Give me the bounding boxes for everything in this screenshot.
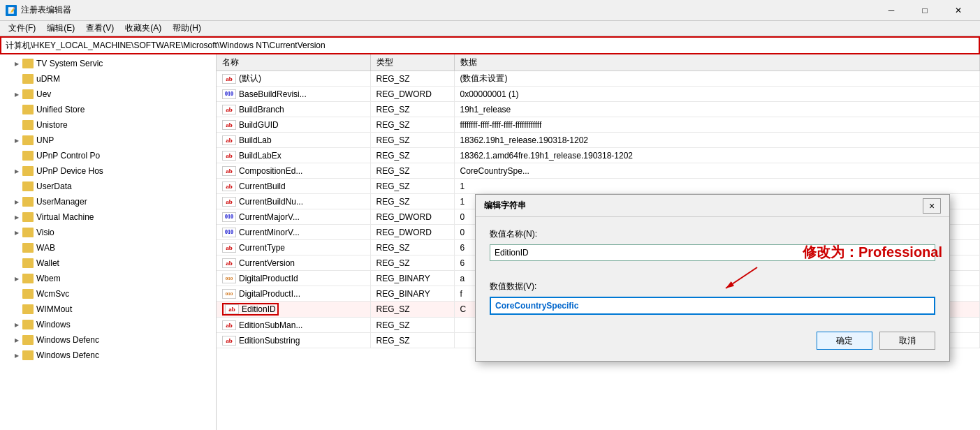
reg-icon-ab: ab xyxy=(222,336,236,346)
tree-label: UPnP Device Hos xyxy=(36,166,103,176)
table-row[interactable]: abBuildGUID REG_SZ ffffffff-ffff-ffff-ff… xyxy=(217,117,980,133)
reg-row-type: REG_SZ xyxy=(370,117,454,133)
reg-icon-ab: ab xyxy=(222,135,236,145)
tree-item-windows-def2[interactable]: ▶ Windows Defenc xyxy=(0,348,216,363)
folder-icon xyxy=(22,274,34,283)
menu-view[interactable]: 查看(V) xyxy=(80,21,119,36)
tree-item-userdata[interactable]: UserData xyxy=(0,179,216,194)
reg-icon-ab: ab xyxy=(222,74,236,84)
tree-arrow xyxy=(11,150,22,161)
reg-row-type: REG_SZ xyxy=(370,240,454,255)
value-label: 数值数据(V): xyxy=(490,281,935,292)
reg-row-name: BuildGUID xyxy=(239,120,279,130)
dialog-buttons: 确定 取消 xyxy=(490,332,935,350)
reg-icon-dword: 010 xyxy=(222,89,236,99)
menu-edit[interactable]: 编辑(E) xyxy=(41,21,80,36)
table-row[interactable]: abCompositionEd... REG_SZ CoreCountrySpe… xyxy=(217,163,980,179)
tree-item-uev[interactable]: ▶ Uev xyxy=(0,87,216,102)
tree-item-upnp-device[interactable]: ▶ UPnP Device Hos xyxy=(0,163,216,179)
reg-row-data: CoreCountrySpe... xyxy=(454,163,980,179)
address-bar[interactable]: 计算机\HKEY_LOCAL_MACHINE\SOFTWARE\Microsof… xyxy=(0,36,980,54)
reg-row-data: ffffffff-ffff-ffff-ffff-ffffffffffff xyxy=(454,117,980,133)
menu-file[interactable]: 文件(F) xyxy=(3,21,41,36)
menu-help[interactable]: 帮助(H) xyxy=(167,21,207,36)
tree-label: UPnP Control Po xyxy=(36,151,100,161)
reg-row-data: 1 xyxy=(454,179,980,194)
tree-item-unp[interactable]: ▶ UNP xyxy=(0,133,216,148)
tree-item-virtual-machine[interactable]: ▶ Virtual Machine xyxy=(0,209,216,225)
tree-arrow: ▶ xyxy=(11,89,22,100)
folder-icon xyxy=(22,74,34,84)
ok-button[interactable]: 确定 xyxy=(817,332,872,350)
tree-label: Unified Store xyxy=(36,105,85,114)
reg-row-data: (数值未设置) xyxy=(454,71,980,87)
cancel-button[interactable]: 取消 xyxy=(879,332,935,350)
reg-row-data: 19h1_release xyxy=(454,102,980,117)
tree-item-upnp-control[interactable]: UPnP Control Po xyxy=(0,148,216,163)
tree-arrow: ▶ xyxy=(11,165,22,177)
tree-arrow: ▶ xyxy=(11,350,22,361)
tree-arrow: ▶ xyxy=(11,196,22,207)
dialog-title: 编辑字符串 xyxy=(484,200,923,212)
dialog-close-button[interactable]: × xyxy=(923,198,941,214)
table-row[interactable]: ab(默认) REG_SZ (数值未设置) xyxy=(217,71,980,87)
tree-label: Windows Defenc xyxy=(36,350,99,360)
reg-row-data: 18362.19h1_release.190318-1202 xyxy=(454,133,980,148)
tree-item-windows-def1[interactable]: ▶ Windows Defenc xyxy=(0,332,216,348)
tree-item-unified-store[interactable]: Unified Store xyxy=(0,102,216,117)
table-row[interactable]: abBuildLab REG_SZ 18362.19h1_release.190… xyxy=(217,133,980,148)
table-row[interactable]: 010BaseBuildRevisi... REG_DWORD 0x000000… xyxy=(217,87,980,102)
tree-label: Uev xyxy=(36,89,51,99)
tree-item-windows[interactable]: ▶ Windows xyxy=(0,317,216,332)
menu-bar: 文件(F) 编辑(E) 查看(V) 收藏夹(A) 帮助(H) xyxy=(0,21,980,36)
tree-arrow xyxy=(11,181,22,192)
tree-label: UserData xyxy=(36,181,72,191)
tree-item-wab[interactable]: WAB xyxy=(0,240,216,255)
tree-item-unistore[interactable]: Unistore xyxy=(0,117,216,133)
tree-label: TV System Servic xyxy=(36,59,103,68)
dialog-title-bar: 编辑字符串 × xyxy=(476,195,949,217)
tree-item-visio[interactable]: ▶ Visio xyxy=(0,225,216,240)
table-row[interactable]: abBuildLabEx REG_SZ 18362.1.amd64fre.19h… xyxy=(217,148,980,163)
close-button[interactable]: ✕ xyxy=(942,0,974,21)
folder-icon xyxy=(22,304,34,314)
col-type: 类型 xyxy=(370,54,454,71)
menu-favorites[interactable]: 收藏夹(A) xyxy=(119,21,167,36)
reg-row-type: REG_SZ xyxy=(370,148,454,163)
col-name: 名称 xyxy=(217,54,370,71)
tree-item-wbem[interactable]: ▶ Wbem xyxy=(0,271,216,286)
reg-row-name: CurrentType xyxy=(239,243,285,253)
tree-item-wcmsvc[interactable]: WcmSvc xyxy=(0,286,216,302)
name-input[interactable] xyxy=(490,244,935,261)
dialog-body: 数值名称(N): 修改为：Professional xyxy=(476,217,949,361)
tree-item-wimmount[interactable]: WIMMout xyxy=(0,302,216,317)
tree-label: WAB xyxy=(36,243,55,253)
tree-arrow: ▶ xyxy=(11,273,22,284)
table-row[interactable]: abBuildBranch REG_SZ 19h1_release xyxy=(217,102,980,117)
tree-item-udrm[interactable]: uDRM xyxy=(0,71,216,87)
maximize-button[interactable]: □ xyxy=(909,0,941,21)
value-input[interactable] xyxy=(490,297,935,315)
minimize-button[interactable]: ─ xyxy=(875,0,907,21)
reg-row-type: REG_SZ xyxy=(370,255,454,271)
tree-label: Visio xyxy=(36,228,54,237)
reg-row-type: REG_DWORD xyxy=(370,225,454,240)
reg-icon-ab: ab xyxy=(222,120,236,130)
reg-row-type: REG_SZ xyxy=(370,333,454,348)
tree-item-usermanager[interactable]: ▶ UserManager xyxy=(0,194,216,209)
tree-arrow xyxy=(11,304,22,315)
title-bar: 📝 注册表编辑器 ─ □ ✕ xyxy=(0,0,980,21)
tree-label: UserManager xyxy=(36,197,87,207)
reg-row-name: EditionSubstring xyxy=(239,336,300,346)
reg-icon-binary: 010 xyxy=(222,274,236,283)
tree-arrow: ▶ xyxy=(11,319,22,330)
tree-item-wallet[interactable]: Wallet xyxy=(0,255,216,271)
reg-row-type: REG_SZ xyxy=(370,133,454,148)
folder-icon xyxy=(22,320,34,329)
right-panel: 名称 类型 数据 ab(默认) REG_SZ (数值未设置) 010BaseBu… xyxy=(217,54,980,430)
reg-row-name: DigitalProductId xyxy=(239,274,298,283)
table-row[interactable]: abCurrentBuild REG_SZ 1 xyxy=(217,179,980,194)
tree-item-tv-system[interactable]: ▶ TV System Servic xyxy=(0,56,216,71)
tree-label: Windows xyxy=(36,320,71,329)
folder-icon xyxy=(22,228,34,237)
